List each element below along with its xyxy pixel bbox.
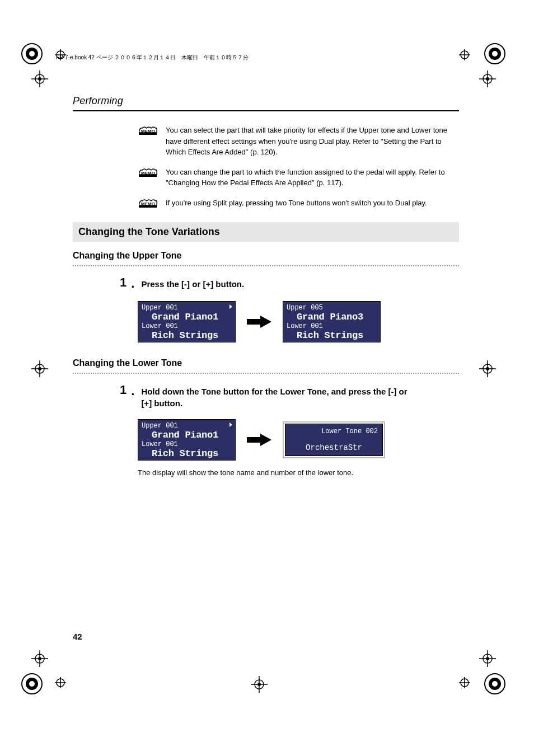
- step-instruction: Press the [-] or [+] button.: [141, 276, 244, 290]
- step-dot: .: [131, 276, 134, 291]
- running-header: FP-7-e.book 42 ページ ２００６年１２月１４日 木曜日 午前１０時…: [56, 53, 459, 63]
- memo-icon: MEMO: [139, 126, 159, 136]
- crop-reg-bottom-right: [459, 677, 470, 688]
- step-number: 1: [120, 384, 127, 396]
- crop-edge-left-mid: [31, 360, 48, 377]
- lcd-line: OrchestraStr: [290, 443, 378, 452]
- memo-row: MEMO You can change the part to which th…: [73, 167, 459, 189]
- heading-upper-tone: Changing the Upper Tone: [73, 251, 459, 261]
- lcd-line: Grand Piano1: [142, 430, 232, 440]
- step-number: 1: [120, 276, 127, 289]
- crop-reg-bottom-center: [251, 676, 268, 693]
- step-row: 1. Press the [-] or [+] button.: [73, 276, 459, 291]
- arrow-right-icon: [247, 431, 271, 448]
- step-row: 1. Hold down the Tone button for the Low…: [73, 384, 459, 409]
- svg-rect-61: [247, 437, 260, 443]
- crop-edge-right-mid: [479, 360, 496, 377]
- lcd-line: Lower 001: [142, 440, 232, 448]
- svg-point-16: [38, 77, 41, 81]
- step-dot: .: [131, 384, 134, 398]
- svg-text:MEMO: MEMO: [141, 171, 155, 176]
- lcd-line: Lower 001: [142, 322, 232, 330]
- memo-text: If you're using Split play, pressing two…: [166, 198, 427, 209]
- dotted-divider: [73, 262, 459, 266]
- svg-point-2: [29, 51, 35, 57]
- section-title: Performing: [73, 95, 459, 111]
- caption-text: The display will show the tone name and …: [73, 468, 459, 477]
- crop-edge-left-lower: [31, 650, 48, 667]
- lcd-line: Grand Piano3: [287, 312, 377, 322]
- crop-edge-right-upper: [479, 71, 496, 87]
- crop-mark-tr: [483, 41, 507, 66]
- subsection-heading-variations: Changing the Tone Variations: [73, 222, 459, 242]
- lcd-line: Lower Tone 002: [290, 428, 378, 435]
- svg-point-52: [492, 681, 498, 687]
- crop-mark-bl: [20, 672, 44, 696]
- memo-text: You can change the part to which the fun…: [166, 167, 453, 189]
- step-instruction: Hold down the Tone button for the Lower …: [141, 384, 410, 409]
- svg-point-32: [38, 657, 41, 660]
- svg-rect-59: [247, 319, 260, 325]
- svg-point-28: [486, 367, 489, 370]
- svg-point-20: [486, 77, 489, 81]
- page-number: 42: [73, 632, 82, 641]
- lcd-line: Rich Strings: [287, 330, 377, 341]
- triangle-right-icon: [229, 422, 232, 427]
- memo-row: MEMO If you're using Split play, pressin…: [73, 198, 459, 209]
- memo-row: MEMO You can select the part that will t…: [73, 125, 459, 158]
- svg-marker-60: [260, 316, 271, 328]
- lcd-line: Lower 001: [287, 322, 377, 330]
- crop-reg-top-right: [459, 49, 470, 60]
- svg-text:MEMO: MEMO: [141, 201, 155, 206]
- header-text: FP-7-e.book 42 ページ ２００６年１２月１４日 木曜日 午前１０時…: [56, 54, 249, 62]
- lcd-after-framed: Lower Tone 002 OrchestraStr: [283, 421, 385, 458]
- lcd-after: Upper 005 Grand Piano3 Lower 001 Rich St…: [283, 301, 381, 342]
- crop-edge-right-lower: [479, 650, 496, 667]
- crop-mark-br: [483, 672, 507, 696]
- svg-text:MEMO: MEMO: [141, 129, 155, 134]
- lcd-before: Upper 001 Grand Piano1 Lower 001 Rich St…: [138, 301, 236, 342]
- crop-reg-bottom-left: [55, 677, 66, 688]
- memo-icon: MEMO: [139, 168, 159, 178]
- lcd-line: Rich Strings: [142, 330, 232, 341]
- svg-point-46: [257, 683, 261, 686]
- lcd-after: Lower Tone 002 OrchestraStr: [285, 424, 383, 456]
- memo-icon: MEMO: [139, 199, 159, 209]
- svg-point-24: [38, 367, 41, 370]
- svg-point-12: [492, 51, 498, 57]
- svg-point-36: [486, 657, 489, 660]
- lcd-example-row: Upper 001 Grand Piano1 Lower 001 Rich St…: [73, 301, 459, 342]
- lcd-line: Grand Piano1: [142, 312, 232, 322]
- lcd-line: Upper 005: [287, 304, 377, 312]
- dotted-divider: [73, 369, 459, 374]
- arrow-right-icon: [247, 313, 271, 330]
- lcd-before: Upper 001 Grand Piano1 Lower 001 Rich St…: [138, 419, 236, 461]
- triangle-right-icon: [229, 304, 232, 309]
- heading-lower-tone: Changing the Lower Tone: [73, 358, 459, 368]
- svg-marker-62: [260, 434, 271, 446]
- lcd-line: Upper 001: [142, 304, 232, 312]
- lcd-line: Upper 001: [142, 422, 232, 430]
- svg-point-39: [29, 681, 35, 687]
- lcd-line: Rich Strings: [142, 448, 232, 459]
- lcd-example-row: Upper 001 Grand Piano1 Lower 001 Rich St…: [73, 419, 459, 461]
- crop-mark-tl: [20, 41, 44, 66]
- crop-edge-left-upper: [31, 71, 48, 87]
- memo-text: You can select the part that will take p…: [166, 125, 453, 158]
